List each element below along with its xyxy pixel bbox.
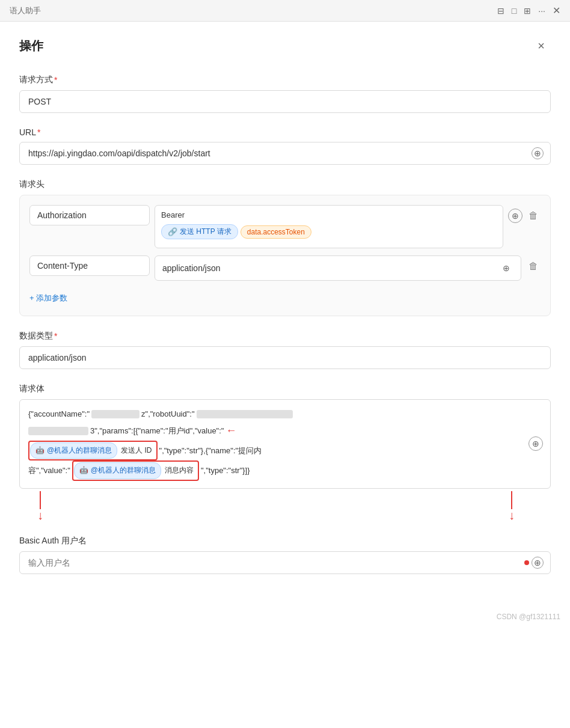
header-key-content-type[interactable] <box>29 255 150 276</box>
header-value-content-type-wrapper: application/json ⊕ <box>155 255 521 281</box>
content-type-row-actions: 🗑 <box>526 255 541 274</box>
access-token-chip-label: data.accessToken <box>247 228 305 236</box>
blurred-text-2 <box>197 410 293 418</box>
modal-close-button[interactable]: × <box>532 36 551 55</box>
arrow-down-2: ↓ <box>509 509 515 521</box>
robot-chip-2-label: @机器人的群聊消息 <box>91 464 156 477</box>
body-text-5: 容","value":" <box>28 463 70 477</box>
request-method-input[interactable] <box>19 90 551 113</box>
required-star: * <box>54 75 57 85</box>
body-text-line-2: 3","params":[{"name":"用户id","value":" ← <box>28 421 542 440</box>
http-chip-icon: 🔗 <box>168 227 177 236</box>
modal-body: 请求方式 * URL * ⊕ 请求头 <box>0 65 570 608</box>
request-body-section: 请求体 {"accountName":" z","robotUuid":" 3"… <box>19 384 551 521</box>
body-text-6: ","type":"str"}]} <box>201 463 250 477</box>
data-type-label: 数据类型 * <box>19 331 551 341</box>
modal-container: 操作 × 请求方式 * URL * ⊕ <box>0 22 570 728</box>
bearer-text: Bearer <box>161 209 497 221</box>
request-method-section: 请求方式 * <box>19 75 551 113</box>
modal-title: 操作 <box>19 38 43 54</box>
basic-auth-input[interactable] <box>19 551 551 574</box>
body-text-start: {"accountName":" <box>28 407 90 421</box>
grid-icon[interactable]: ⊞ <box>524 6 531 16</box>
basic-auth-add-icon[interactable]: ⊕ <box>532 557 544 569</box>
red-dot-indicator <box>524 560 529 565</box>
request-headers-label: 请求头 <box>19 179 551 190</box>
title-bar: 语人助手 ⊟ □ ⊞ ··· ✕ <box>0 0 570 22</box>
blurred-text-3 <box>28 427 88 435</box>
robot-chip-1[interactable]: 🤖 @机器人的群聊消息 <box>30 442 117 459</box>
url-label: URL * <box>19 127 551 137</box>
url-field: ⊕ <box>19 142 551 165</box>
basic-auth-field: ⊕ <box>19 551 551 574</box>
close-icon[interactable]: ✕ <box>553 5 560 16</box>
title-bar-icons: ⊟ □ ⊞ ··· ✕ <box>497 5 560 16</box>
body-text-line-1: {"accountName":" z","robotUuid":" <box>28 407 542 421</box>
header-value-authorization: Bearer 🔗 发送 HTTP 请求 data.accessToken <box>155 205 503 248</box>
arrow-right-annotation: ↓ <box>509 491 515 521</box>
add-param-button[interactable]: + 添加参数 <box>29 290 67 306</box>
url-required-star: * <box>37 127 40 137</box>
request-body-label: 请求体 <box>19 384 551 394</box>
http-chip-label: 发送 HTTP 请求 <box>180 227 231 237</box>
url-section: URL * ⊕ <box>19 127 551 165</box>
arrow-left-annotation: ↓ <box>37 491 43 521</box>
authorization-delete-btn[interactable]: 🗑 <box>526 209 541 223</box>
annotation-box-1: 🤖 @机器人的群聊消息 发送人 ID <box>28 441 158 461</box>
header-row-content-type: application/json ⊕ 🗑 <box>29 255 541 281</box>
title-bar-text: 语人助手 <box>10 5 41 16</box>
content-type-add-btn[interactable]: ⊕ <box>499 261 513 275</box>
arrow-line-1 <box>40 491 41 509</box>
headers-container: Bearer 🔗 发送 HTTP 请求 data.accessToken <box>19 195 551 316</box>
robot-icon-1: 🤖 <box>35 444 44 457</box>
annotations: ↓ ↓ <box>19 491 551 521</box>
add-body-btn[interactable]: ⊕ <box>529 436 543 451</box>
modal-header: 操作 × <box>0 22 570 65</box>
arrow-line-2 <box>511 491 512 509</box>
content-type-value: application/json <box>162 263 221 273</box>
request-method-field <box>19 90 551 113</box>
robot-icon-2: 🤖 <box>79 464 88 477</box>
request-method-label: 请求方式 * <box>19 75 551 85</box>
data-type-section: 数据类型 * <box>19 331 551 369</box>
url-input[interactable] <box>19 142 551 165</box>
annotation-box-2: 🤖 @机器人的群聊消息 消息内容 <box>72 460 199 481</box>
message-content-label: 消息内容 <box>161 463 197 479</box>
content-type-delete-btn[interactable]: 🗑 <box>526 259 541 274</box>
header-key-authorization[interactable] <box>29 205 150 225</box>
basic-auth-section: Basic Auth 用户名 ⊕ <box>19 536 551 574</box>
header-row-authorization: Bearer 🔗 发送 HTTP 请求 data.accessToken <box>29 205 541 248</box>
access-token-chip[interactable]: data.accessToken <box>241 225 311 239</box>
arrow-down-1: ↓ <box>37 509 43 521</box>
body-text-2: z","robotUuid":" <box>141 407 195 421</box>
request-headers-section: 请求头 Bearer 🔗 发送 HTTP 请求 da <box>19 179 551 316</box>
robot-chip-2[interactable]: 🤖 @机器人的群聊消息 <box>74 462 161 479</box>
http-request-chip[interactable]: 🔗 发送 HTTP 请求 <box>161 224 238 239</box>
csdn-watermark: CSDN @gf1321111 <box>0 608 570 626</box>
authorization-row-actions: ⊕ 🗑 <box>508 205 541 223</box>
body-text-3: 3","params":[{"name":"用户id","value":" <box>90 424 224 438</box>
data-type-required-star: * <box>54 331 57 341</box>
body-text-4: ","type":"str"},{"name":"提问内 <box>159 444 262 457</box>
data-type-input[interactable] <box>19 346 551 369</box>
authorization-add-btn[interactable]: ⊕ <box>508 209 522 223</box>
data-type-field <box>19 346 551 369</box>
basic-auth-label: Basic Auth 用户名 <box>19 536 551 546</box>
window-icon[interactable]: □ <box>512 6 516 16</box>
robot-chip-1-label: @机器人的群聊消息 <box>47 444 112 457</box>
request-body-container[interactable]: {"accountName":" z","robotUuid":" 3","pa… <box>19 399 551 489</box>
body-text-line-4: 容","value":" 🤖 @机器人的群聊消息 消息内容 ","type":"… <box>28 460 542 481</box>
more-icon[interactable]: ··· <box>538 6 545 16</box>
blurred-text-1 <box>91 410 139 418</box>
url-add-icon[interactable]: ⊕ <box>532 147 544 159</box>
arrow-1: ← <box>225 421 236 440</box>
sender-id-label: 发送人 ID <box>117 443 155 459</box>
monitor-icon[interactable]: ⊟ <box>497 6 504 16</box>
body-text-line-3: 🤖 @机器人的群聊消息 发送人 ID ","type":"str"},{"nam… <box>28 441 542 461</box>
